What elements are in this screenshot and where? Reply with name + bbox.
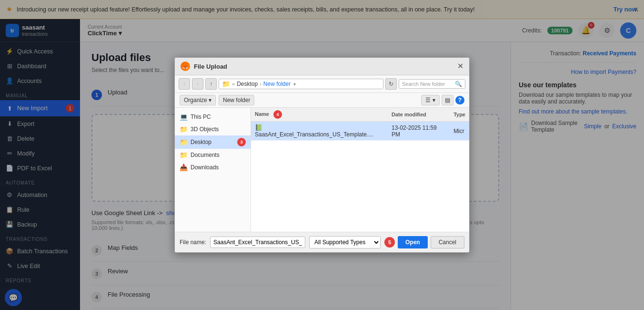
modal-footer: File name: All Supported Types 5 Open Ca… [175,232,469,252]
modal-body: 💻 This PC 📁 3D Objects 📁 Desktop 3 📁 Doc… [175,108,469,232]
file-type-cell: Micr [450,122,469,141]
fs-label: Downloads [191,164,219,171]
modal-close-button[interactable]: ✕ [457,62,463,70]
file-listing: Name 4 Date modified Type 📗 SaasAnt_Exce… [251,108,469,232]
filetype-select[interactable]: All Supported Types [309,236,381,248]
modal-overlay: 🦊 File Upload ✕ ‹ › ↑ 📁 « Desktop › New … [0,0,644,310]
callout-4: 4 [273,110,282,119]
search-bar: Search New folder 🔍 [399,79,465,89]
firefox-icon: 🦊 [181,62,190,71]
help-button[interactable]: ? [455,96,464,104]
new-folder-button[interactable]: New folder [219,95,254,105]
path-desktop-label: Desktop [237,81,258,87]
modal-titlebar: 🦊 File Upload ✕ [175,58,469,75]
search-placeholder: Search New folder [402,81,445,87]
path-dropdown-icon: ▾ [293,82,296,87]
filename-input[interactable] [210,237,305,248]
preview-toggle-button[interactable]: ▤ [442,95,453,105]
path-bar: 📁 « Desktop › New folder ▾ [219,79,383,89]
back-button[interactable]: ‹ [179,78,190,90]
excel-file-icon: 📗 [255,124,262,131]
fs-label: This PC [191,114,211,120]
fs-label: 3D Objects [191,126,219,133]
folder-icon: 📁 [222,80,230,88]
up-button[interactable]: ↑ [205,78,217,90]
file-name-cell: 📗 SaasAnt_Excel_Transactions_US_Template… [251,122,388,141]
downloads-icon: 📥 [180,164,188,171]
modal-toolbar: ‹ › ↑ 📁 « Desktop › New folder ▾ ↻ Searc… [175,75,469,93]
path-desktop: « [232,81,235,87]
callout-5: 5 [384,237,395,248]
3d-icon: 📁 [180,125,188,133]
footer-buttons: 5 Open Cancel [384,236,464,248]
organize-button[interactable]: Organize ▾ [180,95,216,105]
col-name-header: Name 4 [251,108,388,122]
documents-icon: 📁 [180,151,188,159]
col-type-header: Type [450,108,469,122]
cancel-button[interactable]: Cancel [431,236,464,248]
callout-3: 3 [237,138,246,146]
file-upload-modal: 🦊 File Upload ✕ ‹ › ↑ 📁 « Desktop › New … [174,57,470,253]
pc-icon: 💻 [180,113,188,121]
desktop-icon: 📁 [180,138,188,146]
table-row[interactable]: 📗 SaasAnt_Excel_Transactions_US_Template… [251,122,469,141]
col-date-header: Date modified [388,108,450,122]
fs-item-3d-objects[interactable]: 📁 3D Objects [175,123,251,135]
fs-label: Documents [191,152,220,158]
file-date-cell: 13-02-2025 11:59 PM [388,122,450,141]
fs-item-this-pc[interactable]: 💻 This PC [175,111,251,123]
fs-item-downloads[interactable]: 📥 Downloads [175,161,251,174]
open-button[interactable]: Open [398,236,428,248]
path-folder-label: New folder [263,81,291,87]
fs-item-desktop[interactable]: 📁 Desktop 3 [175,135,251,149]
path-arrow: › [260,81,262,87]
filename-label: File name: [180,239,206,246]
files-table: Name 4 Date modified Type 📗 SaasAnt_Exce… [251,108,469,141]
view-toggle-button[interactable]: ☰ ▾ [421,95,439,105]
refresh-button[interactable]: ↻ [385,78,397,90]
search-icon: 🔍 [455,81,462,87]
filesystem-sidebar: 💻 This PC 📁 3D Objects 📁 Desktop 3 📁 Doc… [175,108,251,232]
fs-label: Desktop [191,139,211,145]
modal-title: File Upload [194,63,453,70]
forward-button[interactable]: › [192,78,203,90]
fs-item-documents[interactable]: 📁 Documents [175,149,251,161]
